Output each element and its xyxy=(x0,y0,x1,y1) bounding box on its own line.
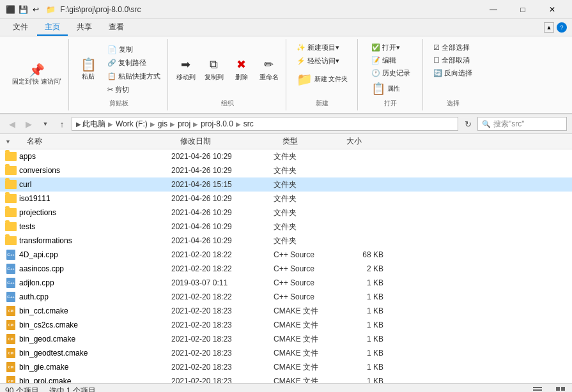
title-bar-icons: ⬛ 💾 ↩ xyxy=(5,4,41,15)
table-row[interactable]: conversions 2021-04-26 10:29 文件夹 xyxy=(0,163,572,177)
paste-shortcut-icon: 📋 xyxy=(107,72,116,80)
forward-button[interactable]: ▶ xyxy=(22,117,36,131)
back-button[interactable]: ◀ xyxy=(5,117,19,131)
copy-path-button[interactable]: 🔗 复制路径 xyxy=(104,57,164,69)
table-row[interactable]: C++ aasincos.cpp 2021-02-20 18:22 C++ So… xyxy=(0,262,572,276)
table-row[interactable]: transformations 2021-04-26 10:29 文件夹 xyxy=(0,234,572,248)
delete-button[interactable]: ✖ 删除 xyxy=(229,56,254,84)
col-header-size[interactable]: 大小 xyxy=(346,136,398,147)
table-row[interactable]: tests 2021-04-26 10:29 文件夹 xyxy=(0,220,572,234)
tab-share[interactable]: 共享 xyxy=(69,19,100,36)
tab-home[interactable]: 主页 xyxy=(37,19,68,36)
paste-shortcut-button[interactable]: 📋 粘贴快捷方式 xyxy=(104,70,164,82)
file-icon: CM xyxy=(5,361,17,373)
file-name: apps xyxy=(19,152,171,161)
file-icon xyxy=(5,151,17,162)
table-row[interactable]: CM bin_cct.cmake 2021-02-20 18:23 CMAKE … xyxy=(0,304,572,318)
help-btn[interactable]: ? xyxy=(557,22,567,33)
table-row[interactable]: CM bin_geodtest.cmake 2021-02-20 18:23 C… xyxy=(0,346,572,360)
minimize-button[interactable]: — xyxy=(479,0,508,19)
breadcrumb-work[interactable]: Work (F:) xyxy=(116,119,148,128)
view-details-button[interactable] xyxy=(531,385,544,393)
copy-to-button[interactable]: ⧉ 复制到 xyxy=(201,56,227,84)
svg-rect-4 xyxy=(556,387,560,391)
table-row[interactable]: C++ 4D_api.cpp 2021-02-20 18:22 C++ Sour… xyxy=(0,248,572,262)
file-icon: CM xyxy=(5,305,17,317)
file-type: C++ Source xyxy=(274,292,337,301)
file-icon xyxy=(5,207,17,218)
tab-view[interactable]: 查看 xyxy=(101,19,132,36)
history-button[interactable]: 🕐 历史记录 xyxy=(368,67,414,79)
select-all-button[interactable]: ☑ 全部选择 xyxy=(430,41,473,54)
breadcrumb-proj[interactable]: proj xyxy=(178,119,190,128)
pin-to-quick-access-button[interactable]: 📌 固定到'快 速访问' xyxy=(9,62,65,87)
file-date: 2021-04-26 10:29 xyxy=(171,194,274,203)
breadcrumb-proj-version[interactable]: proj-8.0.0 xyxy=(201,119,233,128)
paste-icon: 📋 xyxy=(81,58,97,71)
cut-icon: ✂ xyxy=(107,86,113,94)
cut-button[interactable]: ✂ 剪切 xyxy=(104,84,164,96)
file-date: 2021-02-20 18:23 xyxy=(171,349,274,358)
table-row[interactable]: C++ adjlon.cpp 2019-03-07 0:11 C++ Sourc… xyxy=(0,276,572,290)
breadcrumb-src[interactable]: src xyxy=(243,119,254,128)
file-name: conversions xyxy=(19,166,171,175)
file-list-scroll[interactable]: ▼ 名称 修改日期 类型 大小 apps 2021-04-26 10:29 文件… xyxy=(0,134,572,383)
file-icon: C++ xyxy=(5,291,17,303)
ribbon-group-select: ☑ 全部选择 ☐ 全部取消 🔄 反向选择 选择 xyxy=(424,39,482,110)
view-large-icons-button[interactable] xyxy=(554,385,567,393)
breadcrumb-arrow-2: ▶ xyxy=(150,121,155,128)
breadcrumb-gis[interactable]: gis xyxy=(158,119,167,128)
edit-button[interactable]: 📝 编辑 xyxy=(368,54,399,66)
copy-icon: 📄 xyxy=(107,45,117,54)
rename-button[interactable]: ✏ 重命名 xyxy=(256,56,282,84)
table-row[interactable]: CM bin_proj.cmake 2021-02-20 18:23 CMAKE… xyxy=(0,374,572,383)
refresh-button[interactable]: ↻ xyxy=(461,117,475,131)
search-input[interactable]: 🔍 搜索"src" xyxy=(477,117,567,131)
copy-button[interactable]: 📄 复制 xyxy=(104,43,164,56)
properties-button[interactable]: 📋 属性 xyxy=(368,80,403,98)
search-icon: 🔍 xyxy=(482,120,491,128)
edit-icon: 📝 xyxy=(371,56,380,64)
new-item-icon: ✨ xyxy=(297,43,305,52)
table-row[interactable]: CM bin_geod.cmake 2021-02-20 18:23 CMAKE… xyxy=(0,332,572,346)
file-size: 68 KB xyxy=(337,250,389,259)
table-row[interactable]: C++ auth.cpp 2021-02-20 18:22 C++ Source… xyxy=(0,290,572,304)
table-row[interactable]: apps 2021-04-26 10:29 文件夹 xyxy=(0,149,572,163)
title-controls: — □ ✕ xyxy=(479,0,567,19)
title-icon-2[interactable]: 💾 xyxy=(18,4,28,15)
title-icon-3[interactable]: ↩ xyxy=(31,4,41,15)
invert-selection-button[interactable]: 🔄 反向选择 xyxy=(430,67,475,79)
recent-locations-button[interactable]: ▼ xyxy=(38,117,52,131)
header-expand[interactable]: ▼ xyxy=(5,139,14,145)
breadcrumb-this-pc[interactable]: 此电脑 xyxy=(82,119,105,130)
table-row[interactable]: projections 2021-04-26 10:29 文件夹 xyxy=(0,206,572,220)
file-name: iso19111 xyxy=(19,194,171,203)
table-row[interactable]: CM bin_gie.cmake 2021-02-20 18:23 CMAKE … xyxy=(0,360,572,374)
column-header: ▼ 名称 修改日期 类型 大小 xyxy=(0,134,572,149)
ribbon-collapse-btn[interactable]: ▲ xyxy=(544,22,554,33)
open-button[interactable]: ✅ 打开▾ xyxy=(368,41,403,54)
col-header-date[interactable]: 修改日期 xyxy=(180,136,282,147)
title-icon-1[interactable]: ⬛ xyxy=(5,4,15,15)
new-item-button[interactable]: ✨ 新建项目▾ xyxy=(293,41,343,54)
up-button[interactable]: ↑ xyxy=(55,117,69,131)
table-row[interactable]: iso19111 2021-04-26 10:29 文件夹 xyxy=(0,192,572,206)
address-input[interactable]: ▶ 此电脑 ▶ Work (F:) ▶ gis ▶ proj ▶ proj-8.… xyxy=(72,117,458,131)
easy-access-button[interactable]: ⚡ 轻松访问▾ xyxy=(293,55,343,67)
new-label: 新建 xyxy=(316,99,329,108)
file-size: 2 KB xyxy=(337,264,389,273)
file-name: bin_geodtest.cmake xyxy=(19,349,171,358)
close-button[interactable]: ✕ xyxy=(537,0,567,19)
new-folder-button[interactable]: 📁 新建 文件夹 xyxy=(293,70,352,89)
move-to-button[interactable]: ➡ 移动到 xyxy=(173,56,199,84)
maximize-button[interactable]: □ xyxy=(508,0,537,19)
tab-file[interactable]: 文件 xyxy=(5,19,36,36)
breadcrumb-arrow-5: ▶ xyxy=(236,121,241,128)
status-total: 90 个项目 xyxy=(5,386,39,392)
deselect-all-button[interactable]: ☐ 全部取消 xyxy=(430,54,473,66)
table-row[interactable]: CM bin_cs2cs.cmake 2021-02-20 18:23 CMAK… xyxy=(0,318,572,332)
paste-button[interactable]: 📋 粘贴 xyxy=(74,56,103,83)
table-row[interactable]: curl 2021-04-26 15:15 文件夹 xyxy=(0,177,572,192)
col-header-type[interactable]: 类型 xyxy=(282,136,346,147)
col-header-name[interactable]: 名称 xyxy=(14,136,180,147)
